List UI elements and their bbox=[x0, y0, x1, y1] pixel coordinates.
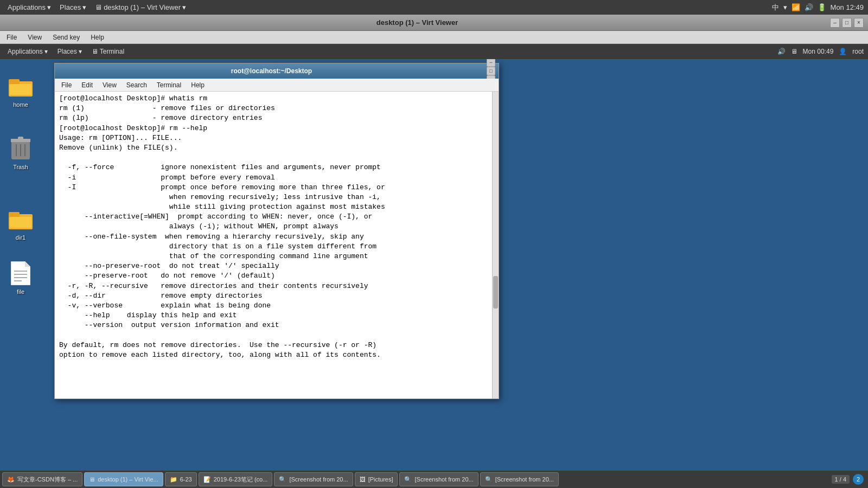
places-arrow: ▾ bbox=[82, 3, 86, 11]
term-menu-file[interactable]: File bbox=[57, 80, 76, 90]
terminal-scrollbar-thumb[interactable] bbox=[493, 276, 498, 309]
notes-taskbar-label: 2019-6-23笔记 (co... bbox=[214, 476, 268, 484]
inner-terminal-label: Terminal bbox=[100, 48, 124, 55]
virt-viewer-icon: 🖥 bbox=[95, 3, 102, 11]
virt-win-controls: – □ × bbox=[830, 18, 864, 28]
input-arrow: ▾ bbox=[783, 3, 787, 11]
inner-places-arrow: ▾ bbox=[79, 48, 82, 55]
virt-minimize-button[interactable]: – bbox=[830, 18, 840, 28]
pictures-icon: 🖼 bbox=[360, 476, 366, 483]
svg-rect-10 bbox=[9, 212, 20, 217]
virt-title: desktop (1) – Virt Viewer bbox=[4, 18, 830, 27]
inner-applications-btn[interactable]: Applications ▾ bbox=[3, 47, 52, 56]
virt-viewer-taskbtn[interactable]: 🖥 desktop (1) – Virt Viewer ▾ bbox=[92, 2, 189, 12]
firefox-label: 写文章-CSDN博客 – ... bbox=[17, 476, 78, 484]
inner-applications-arrow: ▾ bbox=[44, 48, 48, 55]
virt-maximize-button[interactable]: □ bbox=[842, 18, 852, 28]
desktop-icon-file[interactable]: file bbox=[5, 258, 36, 297]
inner-clock: Mon 00:49 bbox=[803, 48, 834, 55]
inner-terminal-btn[interactable]: 🖥 Terminal bbox=[87, 47, 129, 56]
term-menu-terminal[interactable]: Terminal bbox=[152, 80, 186, 90]
inner-desktop: Applications ▾ Places ▾ 🖥 Terminal 🔊 🖥 M… bbox=[0, 44, 868, 488]
virt-taskbar-label: desktop (1) – Virt Vie... bbox=[98, 476, 158, 483]
taskbar-623[interactable]: 📁 6-23 bbox=[165, 472, 197, 486]
pictures-label: [Pictures] bbox=[368, 476, 393, 483]
firefox-icon: 🦊 bbox=[7, 476, 15, 483]
applications-arrow: ▾ bbox=[47, 3, 51, 11]
virt-menu-file[interactable]: File bbox=[2, 33, 21, 42]
taskbar-right: 1 / 4 2 bbox=[832, 474, 866, 485]
inner-top-right: 🔊 🖥 Mon 00:49 👤 root bbox=[777, 48, 868, 55]
inner-top-bar: Applications ▾ Places ▾ 🖥 Terminal 🔊 🖥 M… bbox=[0, 44, 868, 59]
virt-viewer-window: desktop (1) – Virt Viewer – □ × File Vie… bbox=[0, 15, 868, 488]
svg-rect-5 bbox=[18, 137, 23, 140]
battery-icon: 🔋 bbox=[818, 3, 826, 11]
taskbar-screenshot1[interactable]: 🔍 [Screenshot from 20... bbox=[274, 472, 353, 486]
virt-menu-help[interactable]: Help bbox=[86, 33, 108, 42]
virt-viewer-label: desktop (1) – Virt Viewer bbox=[104, 3, 181, 11]
places-label: Places bbox=[60, 3, 81, 11]
svg-rect-2 bbox=[10, 84, 31, 95]
terminal-menubar: File Edit View Search Terminal Help bbox=[55, 79, 499, 92]
terminal-icon: 🖥 bbox=[92, 48, 98, 55]
desktop-icon-trash[interactable]: Trash bbox=[5, 133, 36, 172]
svg-marker-13 bbox=[25, 261, 30, 267]
trash-icon-label: Trash bbox=[13, 164, 28, 170]
applications-menu[interactable]: Applications ▾ bbox=[4, 2, 54, 12]
screenshot1-label: [Screenshot from 20... bbox=[289, 476, 348, 483]
taskbar-notes[interactable]: 📝 2019-6-23笔记 (co... bbox=[199, 472, 273, 486]
volume-icon: 🔊 bbox=[805, 3, 813, 11]
inner-applications-label: Applications bbox=[8, 48, 43, 55]
virt-viewer-arrow: ▾ bbox=[182, 3, 186, 11]
terminal-scrollbar[interactable] bbox=[492, 92, 499, 399]
taskbar-screenshot2[interactable]: 🔍 [Screenshot from 20... bbox=[399, 472, 478, 486]
terminal-title: root@localhost:~/Desktop bbox=[58, 67, 485, 75]
inner-places-label: Places bbox=[58, 48, 77, 55]
inner-top-left: Applications ▾ Places ▾ 🖥 Terminal bbox=[0, 47, 129, 56]
taskbar-screenshot3[interactable]: 🔍 [Screenshot from 20... bbox=[480, 472, 559, 486]
virt-menu-view[interactable]: View bbox=[23, 33, 46, 42]
dir1-icon-label: dir1 bbox=[16, 234, 25, 241]
screenshot1-icon: 🔍 bbox=[279, 476, 286, 483]
svg-rect-1 bbox=[9, 79, 20, 85]
inner-user-icon: 👤 bbox=[839, 48, 847, 55]
system-bar-left: Applications ▾ Places ▾ 🖥 desktop (1) – … bbox=[4, 2, 189, 12]
clock: Mon 12:49 bbox=[831, 3, 864, 11]
virt-close-button[interactable]: × bbox=[854, 18, 864, 28]
svg-rect-11 bbox=[10, 217, 31, 228]
home-icon-label: home bbox=[13, 101, 28, 108]
home-folder-icon bbox=[8, 73, 34, 99]
inner-user-label: root bbox=[852, 48, 864, 55]
virt-menu-sendkey[interactable]: Send key bbox=[48, 33, 84, 42]
notes-taskbar-icon: 📝 bbox=[203, 476, 211, 483]
terminal-title-bar: root@localhost:~/Desktop – □ × bbox=[55, 63, 499, 79]
desktop-icon-dir1[interactable]: dir1 bbox=[5, 204, 36, 243]
page-indicator: 1 / 4 bbox=[832, 475, 850, 484]
file-icon-label: file bbox=[17, 288, 24, 295]
page-circle: 2 bbox=[853, 474, 864, 485]
inner-places-btn[interactable]: Places ▾ bbox=[53, 47, 86, 56]
system-bar: Applications ▾ Places ▾ 🖥 desktop (1) – … bbox=[0, 0, 868, 15]
term-menu-help[interactable]: Help bbox=[187, 80, 209, 90]
terminal-window: root@localhost:~/Desktop – □ × File Edit… bbox=[54, 63, 499, 399]
applications-label: Applications bbox=[8, 3, 46, 11]
terminal-content[interactable]: [root@localhost Desktop]# whatis rm rm (… bbox=[55, 92, 499, 399]
input-method: 中 bbox=[772, 3, 779, 12]
terminal-minimize-button[interactable]: – bbox=[487, 58, 495, 67]
taskbar-pictures[interactable]: 🖼 [Pictures] bbox=[355, 472, 398, 486]
virt-title-bar: desktop (1) – Virt Viewer – □ × bbox=[0, 15, 868, 31]
screenshot2-label: [Screenshot from 20... bbox=[414, 476, 473, 483]
places-menu[interactable]: Places ▾ bbox=[56, 2, 90, 12]
bottom-taskbar: 🦊 写文章-CSDN博客 – ... 🖥 desktop (1) – Virt … bbox=[0, 471, 868, 488]
screenshot2-icon: 🔍 bbox=[404, 476, 412, 483]
terminal-maximize-button[interactable]: □ bbox=[487, 67, 495, 75]
screenshot3-label: [Screenshot from 20... bbox=[495, 476, 554, 483]
folder-taskbar-label: 6-23 bbox=[180, 476, 192, 483]
desktop-icon-home[interactable]: home bbox=[5, 71, 36, 110]
dir1-folder-icon bbox=[8, 206, 34, 232]
term-menu-edit[interactable]: Edit bbox=[77, 80, 97, 90]
taskbar-firefox[interactable]: 🦊 写文章-CSDN博客 – ... bbox=[2, 472, 82, 486]
term-menu-search[interactable]: Search bbox=[122, 80, 151, 90]
term-menu-view[interactable]: View bbox=[98, 80, 121, 90]
taskbar-virtviewer[interactable]: 🖥 desktop (1) – Virt Vie... bbox=[84, 472, 163, 486]
